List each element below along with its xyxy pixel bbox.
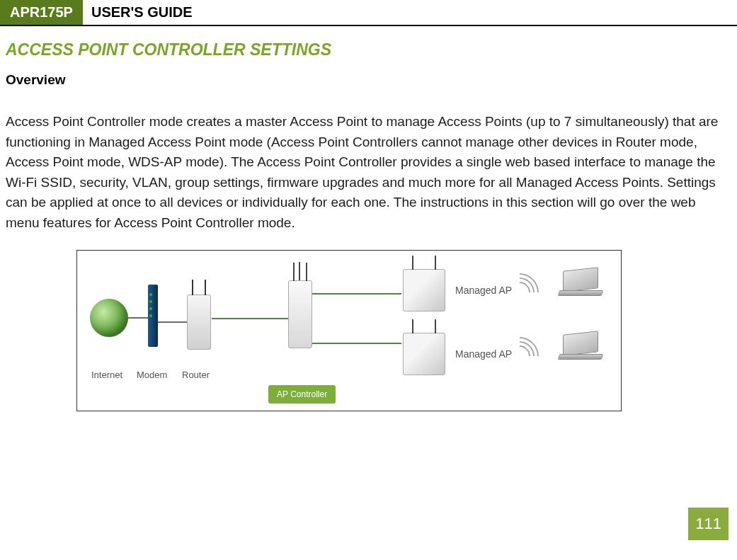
internet-label: Internet [91,370,122,380]
model-badge: APR175P [0,0,83,25]
document-title: USER'S GUIDE [83,0,201,25]
internet-globe-icon [90,299,128,337]
managed-ap-top-icon [403,269,445,312]
router-icon [187,295,211,350]
managed-ap-bottom-icon [403,333,445,375]
laptop-top-icon [559,269,602,296]
topology-diagram: Internet Modem Router AP Controller Mana… [76,250,622,411]
subheading-overview: Overview [6,72,731,88]
page-content: ACCESS POINT CONTROLLER SETTINGS Overvie… [0,26,737,411]
router-label: Router [182,370,210,380]
modem-label: Modem [137,370,167,380]
page-number: 111 [688,508,729,540]
cable-controller-ap-top [312,293,401,295]
ap-controller-antenna-icon [299,262,300,280]
cable-modem-router [158,321,188,323]
cable-internet-modem [128,317,148,319]
modem-icon [148,285,158,347]
body-paragraph: Access Point Controller mode creates a m… [6,112,731,233]
document-header: APR175P USER'S GUIDE [0,0,737,26]
ap-controller-icon [288,280,312,348]
wifi-signal-icon [493,265,547,319]
cable-router-controller [212,318,288,319]
section-heading: ACCESS POINT CONTROLLER SETTINGS [6,40,731,59]
cable-controller-ap-bottom [312,343,401,344]
ap-controller-badge: AP Controller [268,385,336,404]
wifi-signal-icon [493,329,547,383]
laptop-bottom-icon [559,333,602,360]
